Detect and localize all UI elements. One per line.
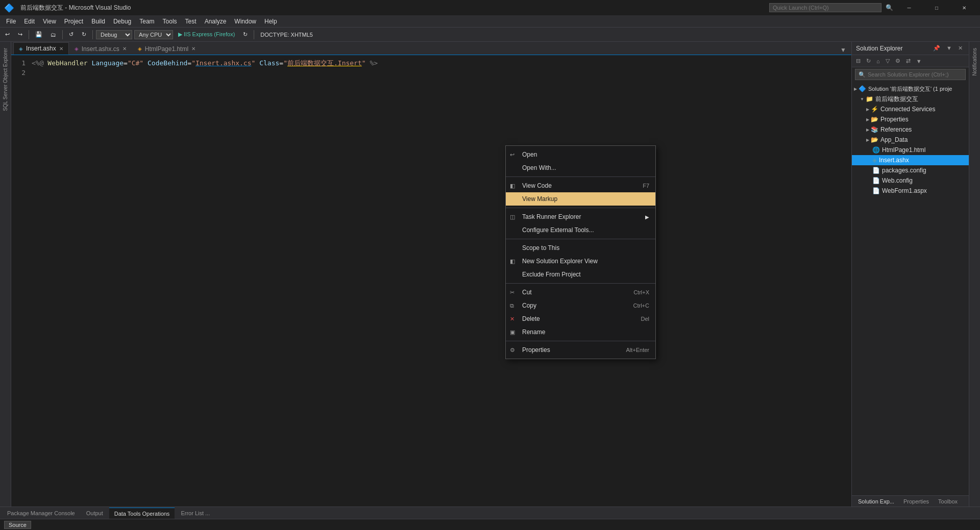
config-dropdown[interactable]: Debug Release (96, 30, 132, 39)
se-home-button[interactable]: ⌂ (874, 57, 882, 65)
se-tab-toolbox[interactable]: Toolbox (934, 497, 962, 506)
expand-project-icon: ▼ (860, 97, 864, 102)
ctx-new-se-view-label: New Solution Explorer View (522, 258, 598, 265)
ctx-configure-external[interactable]: Configure External Tools... (506, 223, 655, 237)
app-data-icon: 📂 (871, 136, 878, 143)
tree-item-htmlpage1[interactable]: 🌐 HtmlPage1.html (852, 145, 969, 155)
menu-view[interactable]: View (39, 17, 60, 26)
platform-dropdown[interactable]: Any CPU x86 x64 (134, 30, 173, 39)
tab-close-insert-ashx-cs[interactable]: ✕ (122, 46, 127, 52)
ctx-sep-3 (506, 239, 655, 239)
menu-test[interactable]: Test (181, 17, 201, 26)
run-button[interactable]: ▶ IIS Express (Firefox) (175, 30, 238, 39)
se-more-button[interactable]: ▼ (914, 57, 924, 65)
tab-close-htmlpage1[interactable]: ✕ (191, 46, 195, 52)
ctx-task-runner[interactable]: ◫ Task Runner Explorer ▶ (506, 210, 655, 223)
ctx-copy[interactable]: ⧉ Copy Ctrl+C (506, 299, 655, 312)
se-tab-properties[interactable]: Properties (899, 497, 933, 506)
se-dropdown-button[interactable]: ▼ (944, 44, 954, 53)
menu-file[interactable]: File (2, 17, 20, 26)
ctx-open-label: Open (522, 151, 537, 158)
code-token: Class (259, 59, 279, 67)
menu-build[interactable]: Build (87, 17, 109, 26)
ctx-open-with[interactable]: Open With... (506, 161, 655, 174)
toolbar-refresh-button[interactable]: ↻ (240, 30, 251, 39)
bottom-tab-output[interactable]: Output (81, 508, 108, 519)
tree-item-webform1[interactable]: 📄 WebForm1.aspx (852, 186, 969, 196)
se-filter-button[interactable]: ▽ (884, 57, 892, 65)
toolbar-redo-button[interactable]: ↻ (79, 30, 89, 39)
code-token: "前后端数据交互.Insert" (283, 59, 365, 67)
close-button[interactable]: ✕ (952, 0, 976, 15)
tree-item-solution[interactable]: ▶ 🔷 Solution '前后端数据交互' (1 proje (852, 84, 969, 94)
menu-tools[interactable]: Tools (159, 17, 181, 26)
toolbar-forward-button[interactable]: ↪ (15, 30, 26, 39)
se-close-button[interactable]: ✕ (956, 44, 965, 53)
bottom-tab-error-list[interactable]: Error List ... (176, 508, 215, 519)
connected-icon: ⚡ (871, 106, 878, 113)
tab-htmlpage1[interactable]: ◈ HtmlPage1.html ✕ (132, 42, 201, 55)
toolbar-save-all-button[interactable]: 🗂 (47, 31, 59, 39)
tab-close-insert-ashx[interactable]: ✕ (59, 46, 63, 52)
se-sync-button[interactable]: ⇄ (904, 57, 913, 65)
tab-dropdown-button[interactable]: ▼ (837, 45, 849, 55)
bottom-tab-data-tools[interactable]: Data Tools Operations (109, 508, 175, 519)
menu-analyze[interactable]: Analyze (201, 17, 231, 26)
tree-item-insert-ashx[interactable]: ◈ Insert.ashx (852, 155, 969, 165)
minimize-button[interactable]: ─ (897, 0, 921, 15)
project-label: 前后端数据交互 (875, 95, 918, 104)
bottom-panel: Package Manager Console Output Data Tool… (0, 507, 980, 530)
se-pin-button[interactable]: 📌 (931, 44, 942, 53)
se-settings-button[interactable]: ⚙ (893, 57, 902, 65)
ctx-scope-to-this[interactable]: Scope to This (506, 241, 655, 255)
menu-edit[interactable]: Edit (20, 17, 39, 26)
toolbar-save-button[interactable]: 💾 (32, 30, 45, 39)
ctx-open[interactable]: ↩ Open (506, 148, 655, 161)
ctx-view-code-icon: ◧ (510, 183, 515, 189)
tree-item-project[interactable]: ▼ 📁 前后端数据交互 (852, 94, 969, 104)
tree-item-app-data[interactable]: ▶ 📂 App_Data (852, 135, 969, 145)
se-collapse-button[interactable]: ⊟ (854, 57, 863, 65)
se-search-icon: 🔍 (859, 71, 866, 78)
tree-item-connected-services[interactable]: ▶ ⚡ Connected Services (852, 104, 969, 114)
code-editor[interactable]: 1 2 <%@ WebHandler Language="C#" CodeBeh… (11, 55, 851, 507)
tree-item-web-config[interactable]: 📄 Web.config (852, 175, 969, 186)
ctx-copy-shortcut: Ctrl+C (633, 302, 649, 309)
code-content[interactable]: <%@ WebHandler Language="C#" CodeBehind=… (30, 57, 851, 504)
ctx-new-se-view[interactable]: ◧ New Solution Explorer View (506, 255, 655, 268)
source-button[interactable]: Source (4, 521, 31, 529)
ctx-delete[interactable]: ✕ Delete Del (506, 312, 655, 325)
toolbar-back-button[interactable]: ↩ (2, 30, 13, 39)
bottom-tab-package-manager[interactable]: Package Manager Console (2, 508, 80, 519)
menu-help[interactable]: Help (260, 17, 281, 26)
tree-item-references[interactable]: ▶ 📚 References (852, 124, 969, 135)
tree-item-properties[interactable]: ▶ 📂 Properties (852, 114, 969, 124)
tree-item-packages-config[interactable]: 📄 packages.config (852, 165, 969, 175)
menu-window[interactable]: Window (230, 17, 260, 26)
tab-insert-ashx-cs[interactable]: ◈ Insert.ashx.cs ✕ (69, 42, 132, 55)
maximize-button[interactable]: □ (925, 0, 948, 15)
se-refresh-button[interactable]: ↻ (864, 57, 873, 65)
se-search-input[interactable] (868, 71, 962, 78)
sidebar-tab-notifications[interactable]: Notifications (970, 44, 979, 80)
menu-team[interactable]: Team (135, 17, 158, 26)
ctx-view-markup[interactable]: View Markup (506, 192, 655, 206)
toolbar-undo-button[interactable]: ↺ (66, 30, 77, 39)
tab-icon-cs: ◈ (75, 46, 79, 52)
ctx-properties[interactable]: ⚙ Properties Alt+Enter (506, 343, 655, 357)
ctx-exclude-from-project[interactable]: Exclude From Project (506, 268, 655, 281)
toolbar-separator-1 (29, 30, 29, 39)
main-layout: SQL Server Object Explorer ◈ Insert.ashx… (0, 42, 980, 507)
ctx-cut[interactable]: ✂ Cut Ctrl+X (506, 286, 655, 299)
tab-label-insert-ashx: Insert.ashx (26, 45, 56, 52)
menu-project[interactable]: Project (60, 17, 87, 26)
solution-label: Solution '前后端数据交互' (1 proje (868, 85, 952, 93)
editor-area: ◈ Insert.ashx ✕ ◈ Insert.ashx.cs ✕ ◈ Htm… (11, 42, 851, 507)
quick-launch-input[interactable] (769, 3, 881, 12)
tab-insert-ashx[interactable]: ◈ Insert.ashx ✕ (13, 42, 69, 55)
se-tab-solution-exp[interactable]: Solution Exp... (854, 497, 898, 506)
sidebar-tab-sql-server[interactable]: SQL Server Object Explorer (1, 44, 10, 115)
ctx-rename[interactable]: ▣ Rename (506, 325, 655, 339)
menu-debug[interactable]: Debug (109, 17, 135, 26)
ctx-view-code[interactable]: ◧ View Code F7 (506, 179, 655, 192)
